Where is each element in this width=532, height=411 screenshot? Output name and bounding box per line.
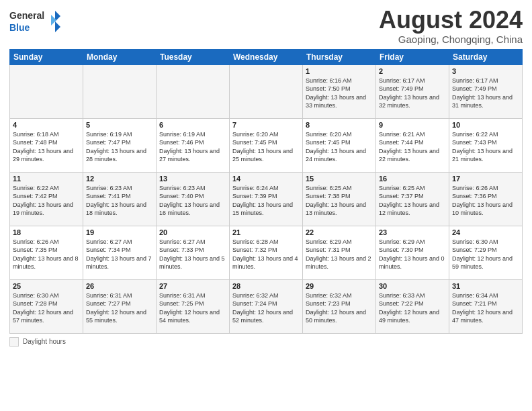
day-number: 25: [13, 282, 80, 290]
legend-label: Daylight hours: [23, 338, 66, 345]
cell-info: Sunrise: 6:19 AM Sunset: 7:46 PM Dayligh…: [159, 130, 226, 164]
cell-info: Sunrise: 6:32 AM Sunset: 7:23 PM Dayligh…: [306, 291, 373, 325]
calendar-cell: 17Sunrise: 6:26 AM Sunset: 7:36 PM Dayli…: [449, 172, 523, 226]
title-block: August 2024 Gaoping, Chongqing, China: [379, 7, 523, 45]
day-number: 9: [379, 121, 446, 129]
cell-info: Sunrise: 6:28 AM Sunset: 7:32 PM Dayligh…: [232, 238, 300, 271]
cell-info: Sunrise: 6:17 AM Sunset: 7:49 PM Dayligh…: [452, 77, 519, 110]
day-number: 12: [86, 175, 153, 183]
cell-info: Sunrise: 6:29 AM Sunset: 7:31 PM Dayligh…: [306, 238, 373, 271]
calendar-cell: 27Sunrise: 6:31 AM Sunset: 7:25 PM Dayli…: [157, 279, 230, 333]
calendar-cell: [10, 64, 83, 118]
day-number: 20: [159, 228, 226, 236]
day-number: 11: [13, 175, 80, 183]
cell-info: Sunrise: 6:16 AM Sunset: 7:50 PM Dayligh…: [306, 77, 373, 110]
legend: Daylight hours: [9, 337, 523, 347]
calendar-cell: 15Sunrise: 6:25 AM Sunset: 7:38 PM Dayli…: [303, 172, 376, 226]
cell-info: Sunrise: 6:20 AM Sunset: 7:45 PM Dayligh…: [232, 130, 300, 164]
logo: General Blue: [9, 7, 63, 36]
week-row-2: 4Sunrise: 6:18 AM Sunset: 7:48 PM Daylig…: [10, 118, 523, 172]
cell-info: Sunrise: 6:25 AM Sunset: 7:38 PM Dayligh…: [306, 184, 373, 218]
calendar-cell: [83, 64, 157, 118]
week-row-5: 25Sunrise: 6:30 AM Sunset: 7:28 PM Dayli…: [10, 279, 523, 333]
cell-info: Sunrise: 6:19 AM Sunset: 7:47 PM Dayligh…: [86, 130, 153, 164]
day-number: 19: [86, 228, 153, 236]
cell-info: Sunrise: 6:22 AM Sunset: 7:43 PM Dayligh…: [452, 130, 519, 164]
svg-marker-2: [55, 11, 60, 32]
calendar-cell: [230, 64, 303, 118]
cell-info: Sunrise: 6:22 AM Sunset: 7:42 PM Dayligh…: [13, 184, 80, 218]
day-number: 24: [452, 228, 519, 236]
week-row-3: 11Sunrise: 6:22 AM Sunset: 7:42 PM Dayli…: [10, 172, 523, 226]
col-header-tuesday: Tuesday: [157, 49, 230, 64]
col-header-thursday: Thursday: [303, 49, 376, 64]
day-number: 8: [306, 121, 373, 129]
calendar-cell: 4Sunrise: 6:18 AM Sunset: 7:48 PM Daylig…: [10, 118, 83, 172]
day-number: 28: [232, 282, 300, 290]
cell-info: Sunrise: 6:27 AM Sunset: 7:33 PM Dayligh…: [159, 238, 226, 271]
day-number: 10: [452, 121, 519, 129]
day-number: 22: [306, 228, 373, 236]
cell-info: Sunrise: 6:21 AM Sunset: 7:44 PM Dayligh…: [379, 130, 446, 164]
cell-info: Sunrise: 6:20 AM Sunset: 7:45 PM Dayligh…: [306, 130, 373, 164]
col-header-wednesday: Wednesday: [230, 49, 303, 64]
calendar-cell: 11Sunrise: 6:22 AM Sunset: 7:42 PM Dayli…: [10, 172, 83, 226]
calendar-cell: 21Sunrise: 6:28 AM Sunset: 7:32 PM Dayli…: [230, 226, 303, 279]
day-number: 14: [232, 175, 300, 183]
day-number: 6: [159, 121, 226, 129]
week-row-4: 18Sunrise: 6:26 AM Sunset: 7:35 PM Dayli…: [10, 226, 523, 279]
cell-info: Sunrise: 6:31 AM Sunset: 7:27 PM Dayligh…: [86, 291, 153, 325]
calendar-cell: 1Sunrise: 6:16 AM Sunset: 7:50 PM Daylig…: [303, 64, 376, 118]
calendar-cell: 20Sunrise: 6:27 AM Sunset: 7:33 PM Dayli…: [157, 226, 230, 279]
day-number: 30: [379, 282, 446, 290]
calendar-cell: 7Sunrise: 6:20 AM Sunset: 7:45 PM Daylig…: [230, 118, 303, 172]
cell-info: Sunrise: 6:23 AM Sunset: 7:41 PM Dayligh…: [86, 184, 153, 218]
cell-info: Sunrise: 6:23 AM Sunset: 7:40 PM Dayligh…: [159, 184, 226, 218]
cell-info: Sunrise: 6:25 AM Sunset: 7:37 PM Dayligh…: [379, 184, 446, 218]
day-number: 21: [232, 228, 300, 236]
calendar-cell: 10Sunrise: 6:22 AM Sunset: 7:43 PM Dayli…: [449, 118, 523, 172]
cell-info: Sunrise: 6:27 AM Sunset: 7:34 PM Dayligh…: [86, 238, 153, 271]
day-number: 15: [306, 175, 373, 183]
calendar-cell: 26Sunrise: 6:31 AM Sunset: 7:27 PM Dayli…: [83, 279, 157, 333]
cell-info: Sunrise: 6:24 AM Sunset: 7:39 PM Dayligh…: [232, 184, 300, 218]
calendar-cell: 3Sunrise: 6:17 AM Sunset: 7:49 PM Daylig…: [449, 64, 523, 118]
cell-info: Sunrise: 6:18 AM Sunset: 7:48 PM Dayligh…: [13, 130, 80, 164]
calendar-cell: 9Sunrise: 6:21 AM Sunset: 7:44 PM Daylig…: [376, 118, 449, 172]
day-number: 5: [86, 121, 153, 129]
calendar-cell: 22Sunrise: 6:29 AM Sunset: 7:31 PM Dayli…: [303, 226, 376, 279]
calendar-cell: 14Sunrise: 6:24 AM Sunset: 7:39 PM Dayli…: [230, 172, 303, 226]
logo-icon: General Blue: [9, 7, 63, 36]
day-number: 31: [452, 282, 519, 290]
main-container: General Blue August 2024 Gaoping, Chongq…: [0, 0, 532, 352]
cell-info: Sunrise: 6:30 AM Sunset: 7:29 PM Dayligh…: [452, 238, 519, 271]
calendar-cell: 30Sunrise: 6:33 AM Sunset: 7:22 PM Dayli…: [376, 279, 449, 333]
day-number: 3: [452, 67, 519, 75]
calendar-cell: 25Sunrise: 6:30 AM Sunset: 7:28 PM Dayli…: [10, 279, 83, 333]
cell-info: Sunrise: 6:26 AM Sunset: 7:35 PM Dayligh…: [13, 238, 80, 271]
svg-text:Blue: Blue: [9, 22, 30, 33]
col-header-sunday: Sunday: [10, 49, 83, 64]
cell-info: Sunrise: 6:34 AM Sunset: 7:21 PM Dayligh…: [452, 291, 519, 325]
week-row-1: 1Sunrise: 6:16 AM Sunset: 7:50 PM Daylig…: [10, 64, 523, 118]
day-number: 4: [13, 121, 80, 129]
calendar-cell: 24Sunrise: 6:30 AM Sunset: 7:29 PM Dayli…: [449, 226, 523, 279]
cell-info: Sunrise: 6:26 AM Sunset: 7:36 PM Dayligh…: [452, 184, 519, 218]
day-number: 16: [379, 175, 446, 183]
calendar-cell: 16Sunrise: 6:25 AM Sunset: 7:37 PM Dayli…: [376, 172, 449, 226]
header-row: SundayMondayTuesdayWednesdayThursdayFrid…: [10, 49, 523, 64]
day-number: 1: [306, 67, 373, 75]
day-number: 23: [379, 228, 446, 236]
calendar-cell: 2Sunrise: 6:17 AM Sunset: 7:49 PM Daylig…: [376, 64, 449, 118]
day-number: 18: [13, 228, 80, 236]
day-number: 17: [452, 175, 519, 183]
day-number: 7: [232, 121, 300, 129]
cell-info: Sunrise: 6:32 AM Sunset: 7:24 PM Dayligh…: [232, 291, 300, 325]
calendar-cell: 13Sunrise: 6:23 AM Sunset: 7:40 PM Dayli…: [157, 172, 230, 226]
day-number: 29: [306, 282, 373, 290]
col-header-saturday: Saturday: [449, 49, 523, 64]
calendar-cell: [157, 64, 230, 118]
day-number: 27: [159, 282, 226, 290]
cell-info: Sunrise: 6:33 AM Sunset: 7:22 PM Dayligh…: [379, 291, 446, 325]
calendar-cell: 18Sunrise: 6:26 AM Sunset: 7:35 PM Dayli…: [10, 226, 83, 279]
